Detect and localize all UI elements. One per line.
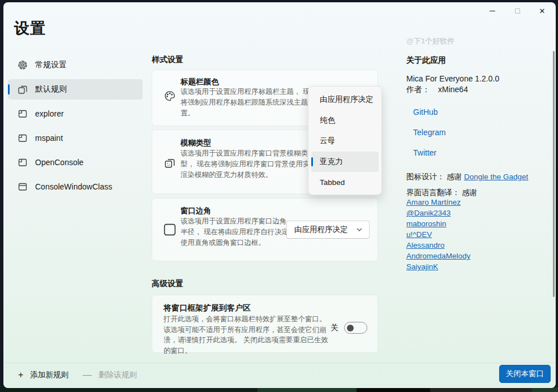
minimize-button[interactable]: [480, 2, 505, 19]
toggle-state-label: 关: [330, 323, 338, 333]
sidebar-item-mspaint[interactable]: mspaint: [8, 128, 143, 148]
flyout-item-label: 纯色: [320, 115, 335, 126]
style-section-header: 样式设置: [152, 55, 183, 65]
selection-accent-bar: [8, 84, 10, 94]
layered-windows-icon: [17, 84, 28, 95]
flyout-item-label: 云母: [320, 136, 335, 146]
card-title: 窗口边角: [181, 206, 211, 216]
sidebar-item-label: 默认规则: [35, 84, 67, 94]
author-name: xMine64: [438, 85, 468, 94]
translator-link[interactable]: Alessandro: [406, 241, 445, 249]
sidebar-item-general-settings[interactable]: 常规设置: [8, 55, 143, 75]
flyout-item-label: Tabbed: [320, 178, 345, 187]
translator-link[interactable]: AndromedaMelody: [406, 252, 470, 260]
plus-icon: +: [18, 370, 23, 380]
sidebar-item-label: explorer: [35, 109, 64, 118]
delete-rule-button[interactable]: — 删除该规则: [83, 367, 137, 384]
sidebar-item-label: OpenConsole: [35, 158, 84, 167]
add-rule-label: 添加新规则: [30, 370, 68, 380]
app-window-icon: [17, 132, 28, 144]
translator-link[interactable]: @Danik2343: [406, 209, 450, 217]
maximize-icon: [515, 8, 520, 14]
footer-divider: [3, 363, 556, 363]
desktop-fragment: [430, 387, 532, 392]
desktop-taskbar-strip: [0, 387, 558, 392]
close-icon: ✕: [539, 7, 546, 15]
close-button[interactable]: ✕: [530, 2, 555, 19]
extend-frame-toggle-row: 关: [330, 322, 367, 334]
watermark: @下1个好软件: [406, 36, 454, 46]
card-title: 将窗口框架扩展到客户区: [164, 303, 251, 313]
sidebar-item-consolewindowclass[interactable]: ConsoleWindowClass: [8, 176, 143, 197]
extend-frame-card: 将窗口框架扩展到客户区 打开此选项，会将窗口标题栏特效扩展至整个窗口。该选项可能…: [152, 295, 378, 353]
sidebar-item-default-rules[interactable]: 默认规则: [8, 79, 143, 100]
sidebar-item-explorer[interactable]: explorer: [8, 104, 143, 124]
icon-credit-line: 图标设计： 感谢 Dongle the Gadget: [406, 172, 528, 182]
blur-layers-icon: [164, 157, 176, 169]
flyout-item-app-decides[interactable]: 由应用程序决定: [311, 89, 379, 110]
card-description: 该选项用于设置应用程序窗口边角半径， 现在将由应用程序自行决定使用直角或圆角窗口…: [181, 216, 289, 248]
blur-type-flyout: 由应用程序决定 纯色 云母 亚克力 Tabbed: [308, 86, 382, 195]
window-controls: ✕: [480, 2, 555, 19]
minus-icon: —: [83, 370, 92, 380]
flyout-item-label: 由应用程序决定: [320, 94, 374, 105]
gear-icon: [17, 59, 28, 71]
translator-link[interactable]: SaiyajinK: [406, 262, 438, 271]
translator-link[interactable]: u!^DEV: [406, 230, 432, 239]
github-link[interactable]: GitHub: [413, 107, 438, 117]
author-line: 作者：xMine64: [406, 85, 468, 95]
flyout-item-tabbed[interactable]: Tabbed: [311, 172, 379, 193]
delete-rule-label: 删除该规则: [98, 370, 137, 380]
flyout-item-mica[interactable]: 云母: [311, 131, 379, 152]
chevron-down-icon: [357, 228, 362, 231]
app-window-icon: [17, 157, 28, 168]
telegram-link[interactable]: Telegram: [413, 128, 446, 137]
card-description: 打开此选项，会将窗口标题栏特效扩展至整个窗口。该选项可能不适用于所有应用程序，甚…: [164, 314, 331, 356]
advanced-section-header: 高级设置: [152, 279, 183, 289]
sidebar-item-label: 常规设置: [35, 60, 67, 70]
card-title: 标题栏颜色: [181, 77, 219, 87]
app-window-icon: [17, 108, 28, 119]
window-corner-card: 窗口边角 该选项用于设置应用程序窗口边角半径， 现在将由应用程序自行决定使用直角…: [152, 198, 378, 261]
window-corner-dropdown[interactable]: 由应用程序决定: [286, 221, 370, 239]
toggle-knob: [347, 325, 354, 331]
flyout-item-label: 亚克力: [320, 157, 343, 167]
close-this-window-button[interactable]: 关闭本窗口: [499, 365, 551, 383]
sidebar-item-label: mspaint: [35, 133, 63, 143]
extend-frame-toggle[interactable]: [344, 322, 367, 334]
vertical-scrollbar[interactable]: [553, 51, 555, 297]
page-title: 设置: [14, 18, 46, 38]
app-name-version: Mica For Everyone 1.2.0.0: [406, 74, 499, 83]
desktop-fragment: [257, 387, 357, 392]
card-title: 模糊类型: [181, 138, 211, 148]
app-window: ✕ 设置 常规设置 默认规则: [3, 2, 556, 388]
palette-icon: [164, 90, 176, 102]
corner-checkbox-icon: [164, 223, 174, 234]
maximize-button[interactable]: [505, 2, 530, 19]
translator-link[interactable]: maboroshin: [406, 219, 447, 228]
about-header: 关于此应用: [406, 55, 446, 66]
selection-accent-bar: [311, 157, 313, 166]
minimize-icon: [490, 11, 495, 11]
translation-header: 界面语言翻译： 感谢: [406, 188, 477, 198]
flyout-item-solid-color[interactable]: 纯色: [311, 110, 379, 131]
twitter-link[interactable]: Twitter: [413, 148, 436, 157]
desktop-fragment: [357, 387, 430, 392]
dropdown-selected-value: 由应用程序决定: [294, 225, 348, 235]
sidebar-item-label: ConsoleWindowClass: [35, 182, 112, 191]
author-label: 作者：: [406, 85, 430, 94]
translator-link[interactable]: Amaro Martínez: [406, 198, 461, 206]
desktop-fragment: [532, 387, 558, 392]
icon-credit-prefix: 图标设计： 感谢: [406, 173, 464, 181]
titlebar-window-icon: [17, 181, 28, 192]
add-rule-button[interactable]: + 添加新规则: [18, 367, 68, 384]
flyout-item-acrylic[interactable]: 亚克力: [311, 152, 379, 173]
icon-designer-link[interactable]: Dongle the Gadget: [464, 173, 528, 181]
sidebar-item-openconsole[interactable]: OpenConsole: [8, 152, 143, 173]
card-description: 该选项用于设置应用程序窗口背景模糊类型， 现在将强制应用程序窗口背景使用实时渲染…: [181, 148, 320, 180]
card-description: 该选项用于设置应用程序标题栏主题， 现在将强制应用程序标题栏跟随系统深浅主题设置…: [181, 87, 320, 119]
